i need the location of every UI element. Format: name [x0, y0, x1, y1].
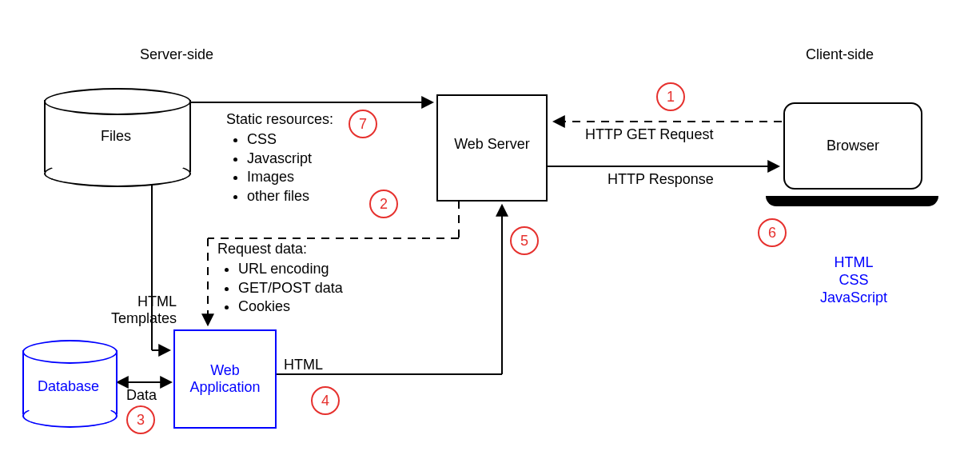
request-data-item: GET/POST data — [238, 279, 343, 297]
request-data-block: Request data: URL encoding GET/POST data… — [217, 240, 343, 317]
request-data-title: Request data: — [217, 241, 307, 257]
laptop-base — [766, 196, 938, 206]
html-templates-label: HTML Templates — [111, 293, 177, 327]
client-output-js: JavaScript — [814, 289, 894, 306]
server-side-label: Server-side — [140, 46, 213, 63]
client-side-label: Client-side — [806, 46, 874, 63]
static-resources-item: Javascript — [247, 150, 333, 168]
step-circle-4: 4 — [311, 386, 340, 415]
http-response-label: HTTP Response — [608, 171, 714, 188]
step-circle-5: 5 — [510, 226, 539, 255]
web-server-label: Web Server — [438, 136, 546, 153]
http-get-label: HTTP GET Request — [585, 126, 713, 143]
browser-box: Browser — [783, 102, 922, 190]
files-label: Files — [44, 128, 188, 145]
html-edge-label: HTML — [284, 357, 323, 373]
client-output-html: HTML — [814, 254, 894, 271]
request-data-item: URL encoding — [238, 260, 343, 278]
web-application-label: Web Application — [189, 362, 260, 396]
database-cylinder: Database — [22, 340, 114, 428]
web-server-box: Web Server — [436, 94, 548, 202]
web-application-box: Web Application — [173, 329, 277, 429]
static-resources-item: Images — [247, 168, 333, 186]
client-output-css: CSS — [814, 272, 894, 289]
request-data-item: Cookies — [238, 297, 343, 316]
step-circle-3: 3 — [126, 405, 155, 434]
data-edge-label: Data — [126, 387, 157, 404]
database-label: Database — [22, 378, 114, 395]
static-resources-item: other files — [247, 187, 333, 206]
step-circle-7: 7 — [349, 110, 377, 138]
static-resources-title: Static resources: — [226, 111, 333, 127]
static-resources-block: Static resources: CSS Javascript Images … — [226, 110, 333, 206]
files-cylinder: Files — [44, 88, 188, 184]
static-resources-item: CSS — [247, 130, 333, 149]
browser-label: Browser — [827, 138, 879, 154]
step-circle-1: 1 — [656, 82, 685, 111]
step-circle-2: 2 — [369, 190, 398, 218]
step-circle-6: 6 — [758, 218, 787, 247]
